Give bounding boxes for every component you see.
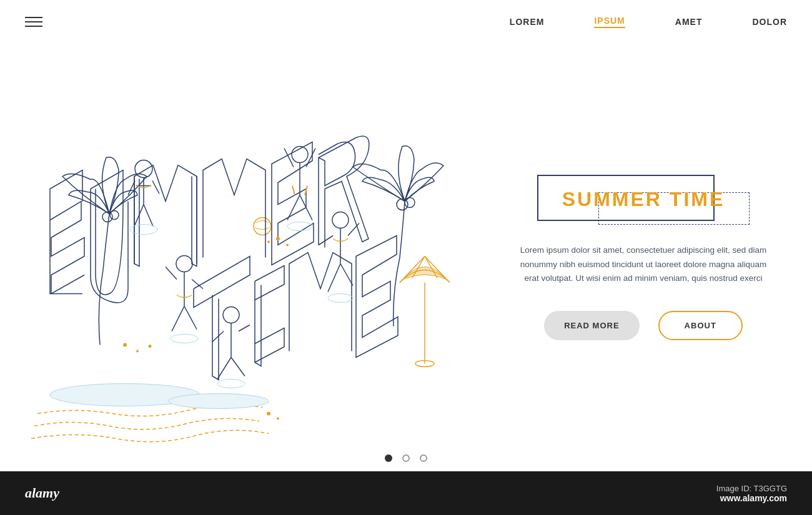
svg-point-32	[286, 244, 289, 247]
svg-point-2	[102, 212, 112, 222]
svg-point-38	[217, 380, 245, 388]
svg-point-3	[110, 211, 119, 220]
about-button[interactable]: ABOUT	[658, 311, 743, 340]
main-content: SUMMER TIME Lorem ipsum dolor sit amet, …	[0, 44, 812, 471]
title-box: SUMMER TIME	[537, 175, 750, 225]
svg-point-19	[332, 212, 349, 228]
nav-ipsum[interactable]: IPSUM	[594, 16, 625, 28]
nav-lorem[interactable]: LOREM	[510, 17, 545, 27]
right-panel: SUMMER TIME Lorem ipsum dolor sit amet, …	[475, 44, 812, 471]
svg-point-22	[176, 256, 192, 272]
dot-3[interactable]	[420, 454, 427, 462]
nav: LOREM IPSUM AMET DOLOR	[510, 16, 787, 28]
slide-dots	[385, 454, 427, 462]
svg-line-21	[348, 223, 359, 236]
svg-line-27	[239, 325, 250, 331]
svg-point-35	[277, 418, 279, 420]
nav-dolor[interactable]: DOLOR	[752, 17, 787, 27]
svg-point-34	[267, 412, 270, 416]
svg-point-4	[397, 199, 408, 210]
svg-line-26	[212, 331, 224, 342]
read-more-button[interactable]: READ MORE	[544, 311, 639, 340]
footer: alamy Image ID: T3GGTG www.alamy.com	[0, 471, 812, 515]
svg-point-12	[254, 218, 271, 235]
svg-point-33	[267, 241, 270, 243]
svg-point-30	[149, 345, 152, 348]
footer-info: Image ID: T3GGTG www.alamy.com	[716, 484, 787, 503]
svg-point-1	[169, 394, 269, 409]
svg-point-25	[223, 307, 239, 323]
nav-amet[interactable]: AMET	[675, 17, 703, 27]
dot-2[interactable]	[402, 454, 410, 462]
svg-line-20	[319, 236, 333, 245]
illustration-panel	[0, 44, 475, 471]
image-id: Image ID: T3GGTG	[716, 484, 787, 493]
svg-point-28	[123, 343, 127, 347]
svg-point-29	[136, 350, 139, 353]
svg-point-37	[171, 335, 198, 343]
svg-line-15	[152, 181, 159, 194]
dot-1[interactable]	[385, 454, 392, 462]
svg-point-31	[276, 237, 280, 241]
svg-point-40	[328, 294, 353, 303]
svg-line-23	[166, 267, 177, 280]
hamburger-menu[interactable]	[25, 17, 42, 27]
website-url: www.alamy.com	[716, 493, 787, 503]
svg-point-5	[405, 198, 415, 208]
alamy-logo: alamy	[25, 485, 59, 501]
description-text: Lorem ipsum dolor sit amet, consectetuer…	[512, 243, 775, 287]
main-title: SUMMER TIME	[562, 188, 725, 211]
header: LOREM IPSUM AMET DOLOR	[0, 0, 812, 44]
action-buttons: READ MORE ABOUT	[544, 311, 743, 340]
